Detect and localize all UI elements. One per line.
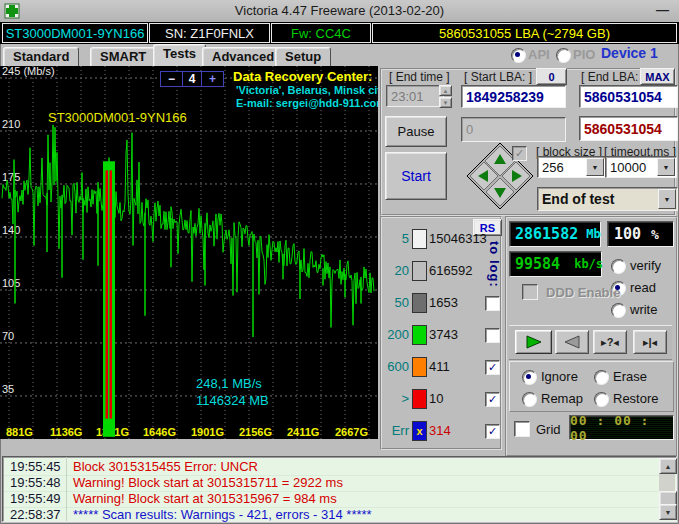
restore-label: Restore (613, 391, 659, 406)
tab-advanced[interactable]: Advanced (202, 47, 284, 67)
svg-text:1146324 MB: 1146324 MB (196, 393, 269, 408)
legend-log-checkbox[interactable]: ✓ (485, 392, 500, 407)
end-lba-max-button[interactable]: MAX (640, 68, 675, 85)
start-lba-zero-button[interactable]: 0 (536, 68, 567, 85)
pio-radio[interactable] (556, 48, 571, 63)
legend-count: 15046313 (429, 231, 487, 246)
legend-threshold: 5 (382, 231, 409, 246)
svg-text:1136G: 1136G (50, 426, 82, 438)
grid-label: Grid (536, 422, 561, 437)
legend-threshold: 50 (382, 295, 409, 310)
chevron-down-icon[interactable]: ▼ (657, 158, 675, 176)
log-message: Block 3015315455 Error: UNCR (73, 459, 258, 474)
current-lba-field: 0 (461, 117, 566, 142)
api-radio[interactable] (511, 48, 526, 63)
drive-model: ST3000DM001-9YN166 (2, 23, 148, 43)
device-label[interactable]: Device 1 (601, 45, 658, 61)
timeout-combo[interactable]: 10000 ▼ (605, 156, 677, 178)
write-radio[interactable] (611, 303, 626, 318)
log-time: 19:55:45 (10, 459, 61, 474)
end-lba-label: [ End LBA: ] (581, 70, 645, 84)
seek-question-button[interactable]: ▸?◂ (593, 330, 627, 354)
back-button[interactable] (555, 330, 589, 354)
spin-down-icon[interactable]: ▼ (439, 97, 452, 108)
remap-label: Remap (541, 391, 583, 406)
log-row[interactable]: 19:55:48Warning! Block start at 30153157… (3, 475, 676, 492)
zoom-out-button[interactable]: − (160, 71, 183, 87)
minimize-button[interactable]: — (656, 0, 669, 20)
graph-zoom-widget: − 4 + (160, 71, 224, 87)
legend-count: 411 (429, 359, 450, 374)
start-button[interactable]: Start (385, 152, 447, 200)
log-row[interactable]: 19:55:45Block 3015315455 Error: UNCR (3, 459, 676, 476)
remap-radio[interactable] (522, 392, 537, 407)
speed-lcd: 99584 kb/s (509, 251, 602, 277)
svg-text:70: 70 (2, 330, 14, 342)
svg-text:248,1 MB/s: 248,1 MB/s (196, 376, 262, 391)
legend-log-checkbox[interactable]: ✓ (485, 296, 500, 311)
tab-smart[interactable]: SMART (90, 47, 156, 67)
play-button[interactable] (515, 330, 552, 354)
erase-radio[interactable] (594, 370, 609, 385)
legend-threshold: > (382, 391, 409, 406)
verify-radio[interactable] (611, 259, 626, 274)
back-icon (563, 335, 581, 349)
chevron-down-icon[interactable]: ▼ (586, 158, 604, 176)
percent-lcd: 100 % (607, 221, 674, 247)
log-message: Warning! Block start at 3015315967 = 984… (73, 491, 337, 506)
title-bar: Victoria 4.47 Freeware (2013-02-20) — (0, 0, 679, 22)
end-time-spinner[interactable]: 23:01 (386, 85, 444, 107)
restore-radio[interactable] (594, 392, 609, 407)
legend-count: 10 (429, 391, 443, 406)
legend-log-checkbox[interactable]: ✓ (485, 328, 500, 343)
start-lba-input[interactable]: 1849258239 (461, 85, 566, 108)
zoom-in-button[interactable]: + (201, 71, 224, 87)
legend-color-box (412, 261, 427, 281)
svg-text:ST3000DM001-9YN166: ST3000DM001-9YN166 (48, 110, 187, 125)
legend-threshold: 600 (382, 359, 409, 374)
pio-label: PIO (573, 47, 595, 62)
scroll-down-icon[interactable]: ▼ (659, 504, 677, 520)
log-message: ***** Scan results: Warnings - 421, erro… (73, 507, 372, 522)
legend-threshold: 200 (382, 327, 409, 342)
end-time-spin-buttons[interactable]: ▲ ▼ (439, 85, 452, 107)
log-row[interactable]: 22:58:37***** Scan results: Warnings - 4… (3, 507, 676, 524)
legend-log-checkbox[interactable]: ✓ (485, 360, 500, 375)
svg-text:105: 105 (2, 277, 20, 289)
tab-standard[interactable]: Standard (3, 47, 79, 67)
seek-end-button[interactable]: ▸|◂ (633, 330, 667, 354)
end-lba-input[interactable]: 5860531054 (579, 85, 678, 108)
log-message: Warning! Block start at 3015315711 = 292… (73, 475, 343, 490)
svg-text:'Victoria', Belarus, Minsk cit: 'Victoria', Belarus, Minsk city (236, 84, 378, 96)
drive-firmware: Fw: CC4C (271, 23, 371, 43)
legend-color-box (412, 229, 427, 249)
tab-tests[interactable]: Tests (153, 44, 206, 67)
drive-info-bar: ST3000DM001-9YN166 SN: Z1F0FNLX Fw: CC4C… (0, 22, 679, 44)
event-log: 19:55:45Block 3015315455 Error: UNCR19:5… (2, 456, 677, 522)
svg-text:35: 35 (2, 383, 14, 395)
drive-capacity: 5860531055 LBA (~2794 GB) (372, 23, 677, 43)
ignore-radio[interactable] (522, 370, 537, 385)
svg-text:245 (Mb/s): 245 (Mb/s) (2, 66, 55, 77)
svg-text:140: 140 (2, 224, 20, 236)
spin-up-icon[interactable]: ▲ (439, 85, 452, 96)
legend-count: 314 (429, 423, 451, 438)
play-icon (525, 335, 543, 349)
chevron-down-icon[interactable]: ▼ (658, 189, 676, 209)
pause-button[interactable]: Pause (385, 116, 447, 147)
on-end-combo[interactable]: End of test ▼ (537, 187, 678, 211)
grid-checkbox[interactable]: ✓ (514, 421, 530, 437)
log-scrollbar[interactable]: ▲ ▼ (659, 458, 675, 520)
log-row[interactable]: 19:55:49Warning! Block start at 30153159… (3, 491, 676, 508)
svg-text:2667G: 2667G (335, 426, 368, 438)
to-log-label: to log: (487, 241, 502, 299)
legend-log-checkbox[interactable]: ✓ (485, 424, 500, 439)
scroll-up-icon[interactable]: ▲ (659, 458, 677, 474)
read-label: read (630, 280, 656, 295)
write-label: write (630, 302, 657, 317)
ignore-label: Ignore (541, 369, 578, 384)
block-size-combo[interactable]: 256 ▼ (537, 156, 606, 178)
svg-text:1901G: 1901G (191, 426, 224, 438)
svg-text:881G: 881G (6, 426, 33, 438)
tab-setup[interactable]: Setup (275, 47, 331, 67)
